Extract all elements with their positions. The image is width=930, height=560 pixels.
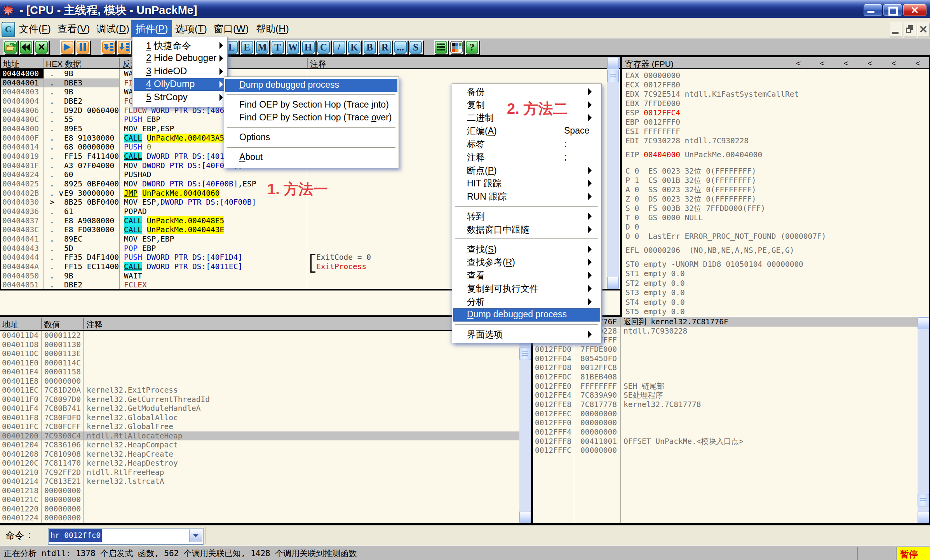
menu-item-3[interactable]: 插件(P) bbox=[131, 20, 172, 38]
register-row[interactable]: EDI 7C930228 ntdll.7C930228 bbox=[625, 136, 749, 146]
toolbar-button-h[interactable]: H bbox=[301, 40, 315, 54]
register-row[interactable]: ECX 0012FFB0 bbox=[625, 80, 680, 90]
ollydump-menu-item-7[interactable]: About bbox=[225, 151, 397, 164]
mdi-close-button[interactable]: ✕ bbox=[917, 23, 929, 37]
context-menu-item-10[interactable]: 转到 bbox=[453, 210, 600, 223]
context-menu-item-0[interactable]: 备份 bbox=[453, 85, 600, 98]
dump-row[interactable]: 004012147C813E21kernel32.lstrcatA bbox=[0, 477, 531, 486]
maximize-button[interactable] bbox=[883, 4, 902, 16]
register-row[interactable]: ST3 empty 0.0 bbox=[625, 288, 685, 297]
register-row[interactable]: S 0 FS 003B 32位 7FFDD000(FFF) bbox=[625, 204, 765, 213]
register-row[interactable]: O 0 LastErr ERROR_PROC_NOT_FOUND (000000… bbox=[625, 232, 826, 241]
mdi-restore-button[interactable] bbox=[904, 23, 916, 37]
register-row[interactable]: EIP 00404000 UnPackMe.00404000 bbox=[625, 150, 762, 160]
context-menu-item-17[interactable]: 分析 bbox=[453, 295, 600, 308]
context-menu-item-16[interactable]: 复制到可执行文件 bbox=[453, 282, 600, 295]
plugins-menu-item-4[interactable]: 5 StrCopy bbox=[134, 91, 226, 104]
dump-row[interactable]: 0040120C7C811470kernel32.HeapDestroy bbox=[0, 459, 531, 468]
disasm-header-comment[interactable]: 注释 bbox=[310, 59, 326, 70]
toolbar-button-c[interactable]: C bbox=[317, 40, 331, 54]
dump-row[interactable]: 004011E800000000 bbox=[0, 377, 531, 386]
register-row[interactable]: EFL 00000206 (NO,NB,NE,A,NS,PE,GE,G) bbox=[625, 246, 794, 255]
register-row[interactable]: ST4 empty 0.0 bbox=[625, 298, 685, 307]
restart-button[interactable] bbox=[19, 40, 33, 54]
toolbar-button-m[interactable]: M bbox=[255, 40, 269, 54]
command-dropdown-button[interactable] bbox=[189, 529, 202, 542]
plugins-menu-item-2[interactable]: 3 HideOD bbox=[134, 65, 226, 78]
menu-item-0[interactable]: 文件(F) bbox=[15, 20, 55, 38]
dump-row[interactable]: 0040121800000000 bbox=[0, 486, 531, 496]
toolbar-button-k[interactable]: K bbox=[347, 40, 361, 54]
ollydump-menu-item-0[interactable]: Dump debugged process bbox=[225, 79, 397, 92]
stack-row[interactable]: 0012FFF800411001OFFSET UnPackMe.<模块入口点> bbox=[533, 437, 918, 446]
dump-row[interactable]: 004012047C836106kernel32.HeapCompact bbox=[0, 440, 531, 450]
dump-row[interactable]: 004011E400001158 bbox=[0, 367, 531, 377]
dump-row[interactable]: 0040122000000000 bbox=[0, 504, 531, 514]
context-menu-item-8[interactable]: RUN 跟踪 bbox=[453, 190, 600, 203]
stack-row[interactable]: 0012FFE0FFFFFFFFSEH 链尾部 bbox=[533, 382, 918, 391]
stack-row[interactable]: 0012FFD07FFDE000 bbox=[533, 345, 918, 354]
ollydump-menu-item-5[interactable]: Options bbox=[225, 131, 397, 144]
dump-row[interactable]: 004011D800001130 bbox=[0, 340, 531, 350]
close-program-button[interactable]: ✕ bbox=[35, 40, 49, 54]
register-row[interactable]: ST0 empty -UNORM D1D8 01050104 00000000 bbox=[625, 260, 803, 269]
toolbar-button-/[interactable]: / bbox=[332, 40, 346, 54]
context-menu-item-7[interactable]: HIT 跟踪 bbox=[453, 177, 600, 190]
dump-row[interactable]: 0040121C00000000 bbox=[0, 495, 531, 504]
dump-row[interactable]: 004011E00000114C bbox=[0, 358, 531, 368]
toolbar-button-e[interactable]: E bbox=[240, 40, 254, 54]
stack-row[interactable]: 0012FFFC00000000 bbox=[533, 446, 918, 455]
dump-scroll-thumb[interactable] bbox=[519, 348, 531, 360]
register-row[interactable]: ST6 empty 0.0 bbox=[625, 317, 685, 317]
context-menu-item-4[interactable]: 标签: bbox=[453, 137, 600, 151]
register-row[interactable]: ST1 empty 0.0 bbox=[625, 269, 685, 278]
toolbar-button-t[interactable]: T bbox=[271, 40, 285, 54]
context-menu-item-13[interactable]: 查找(S) bbox=[453, 243, 600, 256]
disasm-header-address[interactable]: 地址 bbox=[3, 59, 19, 70]
stack-scrollbar[interactable] bbox=[918, 317, 929, 523]
menu-item-4[interactable]: 选项(T) bbox=[171, 20, 211, 38]
toolbar-button-s[interactable]: S bbox=[409, 40, 423, 54]
toolbar-button-dots[interactable]: ... bbox=[394, 40, 408, 54]
register-row[interactable]: EBX 7FFDE000 bbox=[625, 99, 680, 108]
stack-row[interactable]: 0012FFE87C817778kernel32.7C817778 bbox=[533, 400, 918, 409]
stack-row[interactable]: 0012FFEC00000000 bbox=[533, 409, 918, 419]
registers-pane[interactable]: 寄存器 (FPU) <<<<<< EAX 00000000ECX 0012FFB… bbox=[622, 57, 929, 317]
register-row[interactable]: Z 0 DS 0023 32位 0(FFFFFFFF) bbox=[625, 195, 756, 204]
dump-pane[interactable]: 地址 数值 注释 004011D400001122004011D80000113… bbox=[0, 317, 531, 523]
cpu-window-icon[interactable]: C bbox=[2, 23, 14, 37]
toolbar-button-b[interactable]: B bbox=[363, 40, 377, 54]
menu-item-6[interactable]: 帮助(H) bbox=[252, 20, 293, 38]
close-button[interactable]: ✕ bbox=[903, 4, 927, 16]
step-over-button[interactable] bbox=[117, 40, 131, 54]
plugins-menu-item-0[interactable]: 1 快捷命令 bbox=[134, 39, 226, 52]
context-menu-item-5[interactable]: 注释; bbox=[453, 151, 600, 164]
register-row[interactable]: ST2 empty 0.0 bbox=[625, 279, 685, 288]
disasm-scroll-up[interactable] bbox=[607, 57, 619, 69]
log-window-button[interactable] bbox=[434, 40, 448, 54]
disasm-scroll-down[interactable] bbox=[607, 277, 619, 289]
step-into-button[interactable] bbox=[101, 40, 115, 54]
menu-item-2[interactable]: 调试(D) bbox=[92, 20, 134, 38]
register-row[interactable]: ESI FFFFFFFF bbox=[625, 127, 680, 136]
stack-scroll-up[interactable] bbox=[918, 317, 929, 329]
toolbar-button-r[interactable]: R bbox=[378, 40, 392, 54]
register-row[interactable]: C 0 ES 0023 32位 0(FFFFFFFF) bbox=[625, 167, 756, 176]
dump-header-value[interactable]: 数值 bbox=[44, 319, 60, 330]
plugins-menu-item-1[interactable]: 2 Hide Debugger bbox=[134, 52, 226, 65]
stack-row[interactable]: 0012FFE47C839A90SE处理程序 bbox=[533, 391, 918, 400]
register-row[interactable]: P 1 CS 001B 32位 0(FFFFFFFF) bbox=[625, 176, 756, 185]
menu-item-1[interactable]: 查看(V) bbox=[53, 20, 94, 38]
stack-row[interactable]: 0012FFD80012FFC8 bbox=[533, 363, 918, 372]
stack-row[interactable]: 0012FFF400000000 bbox=[533, 428, 918, 437]
stack-row[interactable]: 0012FFD480545DFD bbox=[533, 354, 918, 363]
stack-scroll-down[interactable] bbox=[918, 511, 929, 523]
register-row[interactable]: EDX 7C92E514 ntdll.KiFastSystemCallRet bbox=[625, 90, 799, 99]
dump-scroll-down[interactable] bbox=[519, 511, 531, 523]
context-menu-item-20[interactable]: 界面选项 bbox=[453, 328, 600, 341]
plugins-menu-item-3[interactable]: 4 OllyDump bbox=[134, 78, 226, 91]
stack-scroll-thumb[interactable] bbox=[918, 494, 929, 506]
dump-row[interactable]: 004011F87C80FDFDkernel32.GlobalAlloc bbox=[0, 413, 531, 423]
run-button[interactable] bbox=[60, 40, 74, 54]
register-row[interactable]: D 0 bbox=[625, 223, 639, 232]
